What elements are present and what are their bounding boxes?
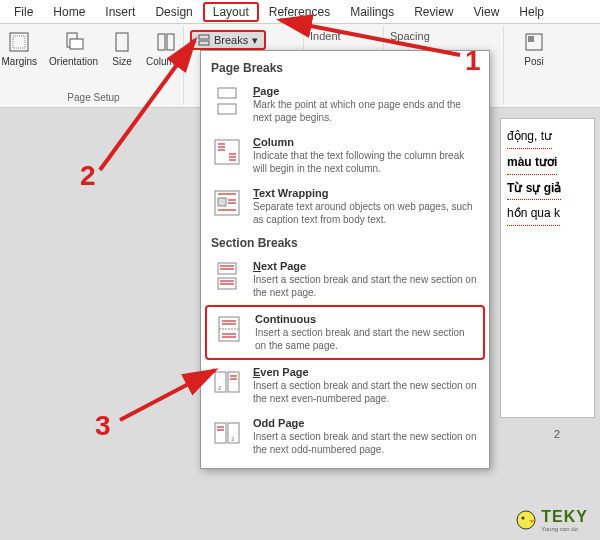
item-title: Even Page	[253, 366, 479, 378]
svg-rect-10	[528, 36, 534, 42]
position-icon	[522, 30, 546, 54]
svg-rect-12	[218, 104, 236, 114]
tab-help[interactable]: Help	[509, 2, 554, 22]
spacing-label: Spacing	[390, 28, 430, 42]
tab-home[interactable]: Home	[43, 2, 95, 22]
svg-rect-43	[215, 423, 226, 443]
position-label: Posi	[524, 56, 543, 67]
item-desc: Insert a section break and start the new…	[253, 430, 479, 456]
item-desc: Insert a section break and start the new…	[253, 273, 479, 299]
page-setup-label: Page Setup	[67, 92, 119, 103]
size-label: Size	[112, 56, 131, 67]
margins-label: Margins	[2, 56, 38, 67]
svg-rect-4	[116, 33, 128, 51]
continuous-icon	[213, 313, 245, 345]
breaks-button[interactable]: Breaks ▾	[190, 30, 266, 50]
columns-label: Columns	[146, 56, 185, 67]
odd-page-icon: 3	[211, 417, 243, 449]
dropdown-item-continuous[interactable]: Continuous Insert a section break and st…	[205, 305, 485, 360]
svg-text:2: 2	[218, 385, 222, 391]
svg-rect-3	[70, 39, 83, 49]
position-button[interactable]: Posi	[518, 28, 550, 69]
size-icon	[110, 30, 134, 54]
svg-rect-11	[218, 88, 236, 98]
item-title: Continuous	[255, 313, 477, 325]
item-desc: Separate text around objects on web page…	[253, 200, 479, 226]
tab-file[interactable]: File	[4, 2, 43, 22]
item-title: Text Wrapping	[253, 187, 479, 199]
column-break-icon	[211, 136, 243, 168]
dropdown-item-odd-page[interactable]: 3 Odd Page Insert a section break and st…	[201, 411, 489, 462]
logo-subtext: Young can do	[541, 526, 588, 532]
chevron-down-icon: ▾	[252, 34, 258, 47]
even-page-icon: 2	[211, 366, 243, 398]
item-desc: Mark the point at which one page ends an…	[253, 98, 479, 124]
tab-view[interactable]: View	[464, 2, 510, 22]
columns-button[interactable]: Columns	[142, 28, 189, 69]
page-break-icon	[211, 85, 243, 117]
text-line: động, tư	[507, 125, 552, 149]
text-line: Từ sự giả	[507, 177, 561, 201]
tab-design[interactable]: Design	[145, 2, 202, 22]
orientation-label: Orientation	[49, 56, 98, 67]
tab-insert[interactable]: Insert	[95, 2, 145, 22]
document-page[interactable]: động, tư màu tươi Từ sự giả hồn qua k	[500, 118, 595, 418]
logo-text: TEKY	[541, 508, 588, 525]
text-line: hồn qua k	[507, 202, 560, 226]
item-title: Odd Page	[253, 417, 479, 429]
dropdown-item-even-page[interactable]: 2 Even Page Insert a section break and s…	[201, 360, 489, 411]
tab-review[interactable]: Review	[404, 2, 463, 22]
page-number: 2	[554, 428, 560, 440]
dropdown-header-page-breaks: Page Breaks	[201, 57, 489, 79]
menu-bar: File Home Insert Design Layout Reference…	[0, 0, 600, 24]
item-desc: Insert a section break and start the new…	[255, 326, 477, 352]
text-line: màu tươi	[507, 151, 557, 175]
margins-icon	[7, 30, 31, 54]
breaks-icon	[198, 34, 210, 46]
tab-mailings[interactable]: Mailings	[340, 2, 404, 22]
watermark-logo: TEKY Young can do	[515, 508, 588, 532]
dropdown-item-next-page[interactable]: Next Page Insert a section break and sta…	[201, 254, 489, 305]
svg-rect-6	[167, 34, 174, 50]
item-title: Page	[253, 85, 479, 97]
text-wrapping-icon	[211, 187, 243, 219]
duck-icon	[515, 509, 537, 531]
svg-text:3: 3	[231, 436, 235, 442]
svg-rect-8	[199, 41, 209, 45]
svg-rect-21	[218, 198, 226, 206]
breaks-dropdown: Page Breaks Page Mark the point at which…	[200, 50, 490, 469]
orientation-icon	[62, 30, 86, 54]
dropdown-item-page[interactable]: Page Mark the point at which one page en…	[201, 79, 489, 130]
item-desc: Indicate that the text following the col…	[253, 149, 479, 175]
dropdown-item-column[interactable]: Column Indicate that the text following …	[201, 130, 489, 181]
tab-references[interactable]: References	[259, 2, 340, 22]
margins-button[interactable]: Margins	[0, 28, 41, 69]
columns-icon	[154, 30, 178, 54]
orientation-button[interactable]: Orientation	[45, 28, 102, 69]
svg-point-52	[522, 517, 525, 520]
breaks-label: Breaks	[214, 34, 248, 46]
svg-rect-5	[158, 34, 165, 50]
item-title: Column	[253, 136, 479, 148]
svg-rect-40	[228, 372, 239, 392]
item-title: Next Page	[253, 260, 479, 272]
svg-rect-1	[13, 36, 25, 48]
indent-label: Indent	[310, 28, 341, 42]
size-button[interactable]: Size	[106, 28, 138, 69]
dropdown-item-text-wrapping[interactable]: Text Wrapping Separate text around objec…	[201, 181, 489, 232]
svg-rect-7	[199, 35, 209, 39]
tab-layout[interactable]: Layout	[203, 2, 259, 22]
item-desc: Insert a section break and start the new…	[253, 379, 479, 405]
dropdown-header-section-breaks: Section Breaks	[201, 232, 489, 254]
next-page-icon	[211, 260, 243, 292]
